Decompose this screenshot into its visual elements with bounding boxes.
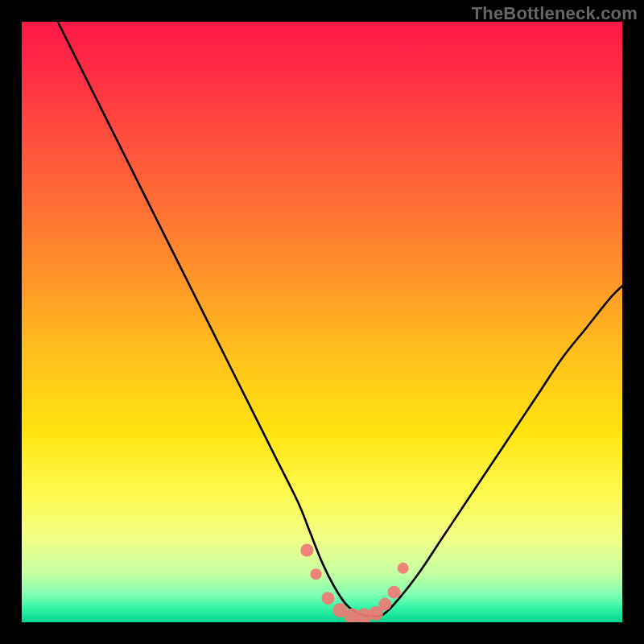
chart-svg xyxy=(22,22,622,622)
highlight-dot xyxy=(321,592,334,605)
highlight-dot xyxy=(311,568,322,580)
chart-frame: TheBottleneck.com xyxy=(0,0,644,644)
plot-area xyxy=(22,22,622,622)
watermark-label: TheBottleneck.com xyxy=(472,3,638,24)
gradient-background xyxy=(22,22,622,622)
highlight-dot xyxy=(378,598,391,611)
highlight-dot xyxy=(388,586,401,599)
highlight-dot xyxy=(300,543,313,556)
highlight-dot xyxy=(398,563,409,574)
